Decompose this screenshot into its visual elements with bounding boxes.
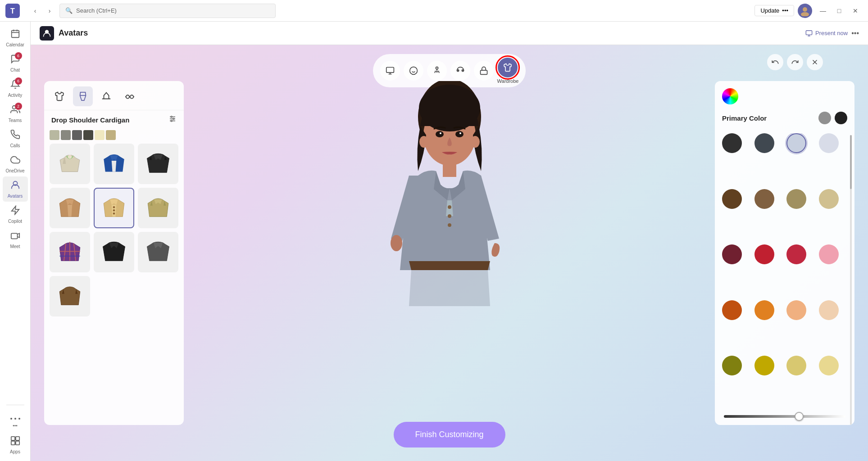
sidebar-item-apps[interactable]: Apps xyxy=(3,432,28,457)
svg-point-64 xyxy=(440,132,441,134)
clothing-item-black-jacket[interactable] xyxy=(138,144,178,184)
clothing-scroll[interactable] xyxy=(44,142,184,425)
color-dark-orange[interactable] xyxy=(722,300,742,320)
undo-button[interactable] xyxy=(767,54,783,70)
app-title: Avatars xyxy=(59,28,88,38)
search-icon: 🔍 xyxy=(65,7,73,14)
svg-marker-10 xyxy=(11,206,19,214)
color-lightest-blue[interactable] xyxy=(819,133,839,153)
present-now-label: Present now xyxy=(815,30,848,36)
panel-header: Drop Shoulder Cardigan xyxy=(44,110,184,128)
svg-rect-4 xyxy=(11,30,19,37)
scroll-thumb[interactable] xyxy=(850,135,852,189)
sidebar-item-calendar[interactable]: Calendar xyxy=(3,25,28,50)
color-crimson[interactable] xyxy=(786,244,806,264)
minimize-button[interactable]: — xyxy=(816,4,830,18)
sidebar-item-avatars[interactable]: Avatars xyxy=(3,176,28,202)
right-panel-scrollbar[interactable] xyxy=(850,126,852,416)
color-light-brown[interactable] xyxy=(786,189,806,209)
filter-button[interactable] xyxy=(168,115,177,125)
meet-icon xyxy=(10,230,20,243)
copilot-label: Copilot xyxy=(8,219,22,224)
color-medium-brown[interactable] xyxy=(754,189,774,209)
svg-point-40 xyxy=(126,95,129,98)
clothing-item-tan-cardigan[interactable] xyxy=(50,188,90,228)
clothing-item-hoodie[interactable] xyxy=(50,144,90,184)
swatch-5[interactable] xyxy=(95,130,105,140)
swatch-4[interactable] xyxy=(83,130,93,140)
finish-customizing-button[interactable]: Finish Customizing xyxy=(393,422,505,447)
close-avatar-button[interactable] xyxy=(807,54,823,70)
present-now-button[interactable]: Present now xyxy=(805,30,848,37)
forward-button[interactable]: › xyxy=(43,5,56,17)
sidebar-item-more[interactable]: ••• xyxy=(3,407,28,432)
color-dark-red[interactable] xyxy=(722,244,742,264)
panel-tabs xyxy=(44,81,184,110)
svg-point-62 xyxy=(436,131,444,137)
update-button[interactable]: Update ••• xyxy=(754,5,794,16)
svg-point-47 xyxy=(171,120,172,122)
tab-pants[interactable] xyxy=(73,86,93,106)
user-avatar[interactable] xyxy=(798,4,812,18)
scroll-track xyxy=(850,135,852,425)
preset-swatch-black[interactable] xyxy=(835,112,847,124)
clothing-item-gray-blazer[interactable] xyxy=(138,232,178,272)
slider-thumb[interactable] xyxy=(795,412,804,421)
color-dark-brown[interactable] xyxy=(722,189,742,209)
swatch-3[interactable] xyxy=(72,130,82,140)
preset-swatches xyxy=(818,112,847,124)
color-yellow-green[interactable] xyxy=(754,356,774,375)
svg-point-13 xyxy=(14,418,16,420)
tab-shirt[interactable] xyxy=(50,86,69,106)
preset-swatch-gray[interactable] xyxy=(818,112,831,124)
color-orange[interactable] xyxy=(754,300,774,320)
color-dark-blue-gray[interactable] xyxy=(754,133,774,153)
color-red[interactable] xyxy=(754,244,774,264)
color-dark-gray[interactable] xyxy=(722,133,742,153)
onedrive-label: OneDrive xyxy=(5,168,24,173)
clothing-item-khaki-jacket[interactable] xyxy=(138,188,178,228)
sidebar-item-meet[interactable]: Meet xyxy=(3,227,28,252)
swatch-2[interactable] xyxy=(61,130,71,140)
chat-icon: 6 xyxy=(10,54,20,66)
redo-button[interactable] xyxy=(787,54,803,70)
color-cream-yellow[interactable] xyxy=(819,356,839,375)
swatch-1[interactable] xyxy=(50,130,59,140)
color-tan[interactable] xyxy=(819,189,839,209)
color-light-orange[interactable] xyxy=(786,300,806,320)
maximize-button[interactable]: □ xyxy=(832,4,846,18)
title-bar-right: Update ••• — □ ✕ xyxy=(749,4,868,18)
sidebar-item-copilot[interactable]: Copilot xyxy=(3,202,28,227)
clothing-item-plaid[interactable] xyxy=(50,232,90,272)
clothing-item-brown-jacket[interactable] xyxy=(50,276,90,316)
clothing-item-black-blazer[interactable] xyxy=(94,232,134,272)
back-button[interactable]: ‹ xyxy=(29,5,41,17)
app-bar-more-button[interactable]: ••• xyxy=(851,29,859,37)
window-controls: — □ ✕ xyxy=(816,4,863,18)
color-pink[interactable] xyxy=(819,244,839,264)
swatch-6[interactable] xyxy=(106,130,116,140)
sidebar-item-activity[interactable]: 6 Activity xyxy=(3,76,28,101)
sidebar-item-onedrive[interactable]: OneDrive xyxy=(3,151,28,176)
tab-glasses[interactable] xyxy=(120,86,140,106)
sidebar-item-teams[interactable]: 2 Teams xyxy=(3,101,28,126)
color-peach[interactable] xyxy=(819,300,839,320)
color-light-yellow[interactable] xyxy=(786,356,806,375)
close-button[interactable]: ✕ xyxy=(848,4,863,18)
sidebar-item-chat[interactable]: 6 Chat xyxy=(3,50,28,76)
color-swatch-bar xyxy=(44,128,184,142)
right-panel: Primary Color xyxy=(715,81,854,425)
color-light-blue-gray[interactable] xyxy=(786,133,806,153)
calls-label: Calls xyxy=(10,143,20,148)
clothing-item-selected-cardigan[interactable] xyxy=(94,188,134,228)
search-bar[interactable]: 🔍 Search (Ctrl+E) xyxy=(59,4,276,18)
tab-hat[interactable] xyxy=(96,86,116,106)
primary-color-label: Primary Color xyxy=(722,114,767,122)
color-olive[interactable] xyxy=(722,356,742,375)
sidebar-item-calls[interactable]: Calls xyxy=(3,126,28,151)
svg-point-51 xyxy=(113,212,115,214)
clothing-item-blue-blazer[interactable] xyxy=(94,144,134,184)
svg-point-46 xyxy=(173,118,174,120)
svg-point-70 xyxy=(391,235,402,251)
chat-label: Chat xyxy=(10,68,20,72)
